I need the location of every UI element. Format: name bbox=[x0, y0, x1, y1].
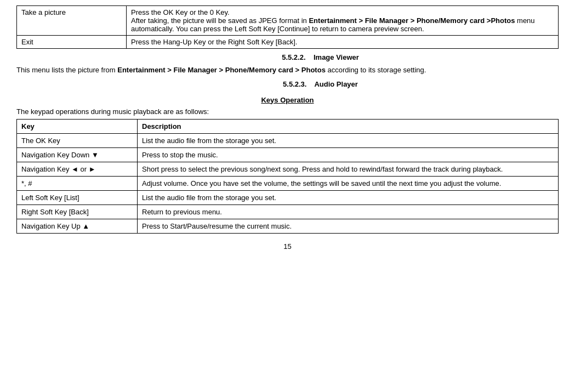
table-row: *, #Adjust volume. Once you have set the… bbox=[17, 176, 559, 190]
row-key: Left Soft Key [List] bbox=[17, 190, 138, 204]
keys-intro: The keypad operations during music playb… bbox=[16, 107, 559, 116]
keys-operation-title: Keys Operation bbox=[16, 96, 559, 104]
row-description: Adjust volume. Once you have set the vol… bbox=[138, 176, 559, 190]
table-row: Navigation Key ◄ or ►Short press to sele… bbox=[17, 162, 559, 176]
table-row: Navigation Key Down ▼Press to stop the m… bbox=[17, 147, 559, 162]
page-number: 15 bbox=[16, 242, 559, 251]
audio-player-heading: 5.5.2.3. Audio Player bbox=[16, 80, 559, 88]
exit-description: Press the Hang-Up Key or the Right Soft … bbox=[127, 36, 559, 49]
image-viewer-body: This menu lists the picture from Enterta… bbox=[16, 65, 559, 76]
exit-key: Exit bbox=[17, 36, 127, 49]
row-key: Right Soft Key [Back] bbox=[17, 204, 138, 219]
table-row: Right Soft Key [Back]Return to previous … bbox=[17, 204, 559, 219]
row-description: List the audio file from the storage you… bbox=[138, 190, 559, 204]
table-row: Navigation Key Up ▲Press to Start/Pause/… bbox=[17, 219, 559, 233]
keys-table: Key Description The OK KeyList the audio… bbox=[16, 119, 559, 234]
row-description: List the audio file from the storage you… bbox=[138, 133, 559, 147]
row-description: Press to Start/Pause/resume the current … bbox=[138, 219, 559, 233]
row-key: The OK Key bbox=[17, 133, 138, 147]
row-key: Navigation Key Up ▲ bbox=[17, 219, 138, 233]
row-key: Navigation Key ◄ or ► bbox=[17, 162, 138, 176]
row-description: Press to stop the music. bbox=[138, 147, 559, 162]
table-row: Left Soft Key [List]List the audio file … bbox=[17, 190, 559, 204]
row-description: Return to previous menu. bbox=[138, 204, 559, 219]
image-viewer-bold: Entertainment > File Manager > Phone/Mem… bbox=[117, 66, 326, 74]
take-picture-key: Take a picture bbox=[17, 6, 127, 36]
table-row-exit: Exit Press the Hang-Up Key or the Right … bbox=[17, 36, 559, 49]
keys-table-header-row: Key Description bbox=[17, 119, 559, 133]
take-picture-description: Press the OK Key or the 0 Key. After tak… bbox=[127, 6, 559, 36]
table-row: The OK KeyList the audio file from the s… bbox=[17, 133, 559, 147]
description-column-header: Description bbox=[138, 119, 559, 133]
image-viewer-heading: 5.5.2.2. Image Viewer bbox=[16, 53, 559, 61]
row-key: Navigation Key Down ▼ bbox=[17, 147, 138, 162]
row-key: *, # bbox=[17, 176, 138, 190]
key-column-header: Key bbox=[17, 119, 138, 133]
top-table: Take a picture Press the OK Key or the 0… bbox=[16, 5, 559, 49]
table-row-take-picture: Take a picture Press the OK Key or the 0… bbox=[17, 6, 559, 36]
row-description: Short press to select the previous song/… bbox=[138, 162, 559, 176]
